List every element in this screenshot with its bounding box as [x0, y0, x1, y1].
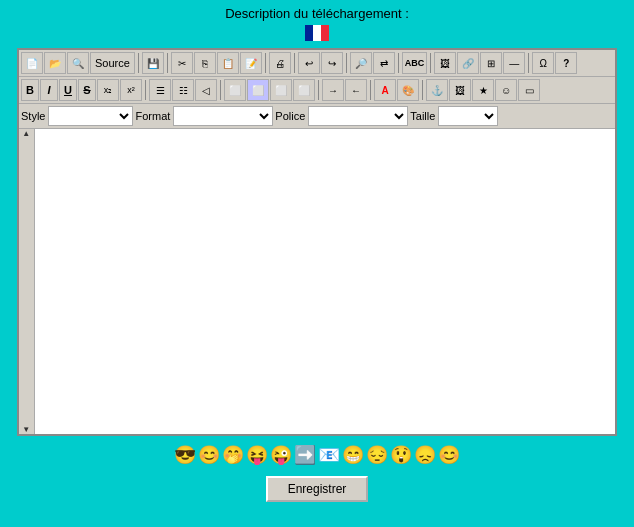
superscript-button[interactable]: x² — [120, 79, 142, 101]
preview-button[interactable]: 🔍 — [67, 52, 89, 74]
bold-button[interactable]: B — [21, 79, 39, 101]
ul-button[interactable]: ☰ — [149, 79, 171, 101]
emoji-4[interactable]: 😝 — [246, 444, 268, 466]
police-label: Police — [275, 110, 305, 122]
emoji-10[interactable]: 😲 — [390, 444, 412, 466]
align-center-button[interactable]: ⬜ — [247, 79, 269, 101]
align-left-button[interactable]: ⬜ — [224, 79, 246, 101]
toolbar-row1: 📄 📂 🔍 Source 💾 ✂ ⎘ 📋 📝 🖨 ↩ ↪ 🔎 ⇄ ABC 🖼 🔗… — [19, 50, 615, 77]
sep12 — [370, 80, 371, 100]
scroll-down-arrow[interactable]: ▼ — [22, 425, 30, 434]
svg-rect-0 — [305, 25, 313, 41]
table-button[interactable]: ⊞ — [480, 52, 502, 74]
cut-button[interactable]: ✂ — [171, 52, 193, 74]
print-button[interactable]: 🖨 — [269, 52, 291, 74]
spell-button[interactable]: ABC — [402, 52, 428, 74]
format-label: Format — [135, 110, 170, 122]
copy-button[interactable]: ⎘ — [194, 52, 216, 74]
open-button[interactable]: 📂 — [44, 52, 66, 74]
scroll-up-arrow[interactable]: ▲ — [22, 129, 30, 138]
save-button-tb[interactable]: 💾 — [142, 52, 164, 74]
sep9 — [145, 80, 146, 100]
flash-button[interactable]: ★ — [472, 79, 494, 101]
align-justify-button[interactable]: ⬜ — [293, 79, 315, 101]
editor-textarea[interactable] — [35, 129, 615, 434]
taille-label: Taille — [410, 110, 435, 122]
source-button[interactable]: Source — [90, 52, 135, 74]
sep8 — [528, 53, 529, 73]
emoji-7[interactable]: 📧 — [318, 444, 340, 466]
replace-button[interactable]: ⇄ — [373, 52, 395, 74]
emoji-row: 😎 😊 🤭 😝 😜 ➡️ 📧 😁 😔 😲 😞 😊 — [174, 444, 460, 466]
sep2 — [167, 53, 168, 73]
save-btn-container: Enregistrer — [266, 476, 369, 502]
page-title: Description du téléchargement : — [225, 6, 409, 21]
smiley-button[interactable]: ☺ — [495, 79, 517, 101]
emoji-9[interactable]: 😔 — [366, 444, 388, 466]
format-select[interactable] — [173, 106, 273, 126]
emoji-2[interactable]: 😊 — [198, 444, 220, 466]
insertimg-button[interactable]: 🖼 — [434, 52, 456, 74]
iframe-button[interactable]: ▭ — [518, 79, 540, 101]
taille-select[interactable] — [438, 106, 498, 126]
emoji-5[interactable]: 😜 — [270, 444, 292, 466]
rtl-button[interactable]: ← — [345, 79, 367, 101]
insertimg2-button[interactable]: 🖼 — [449, 79, 471, 101]
sep5 — [346, 53, 347, 73]
sep1 — [138, 53, 139, 73]
subscript-button[interactable]: x₂ — [97, 79, 119, 101]
svg-rect-1 — [313, 25, 321, 41]
ltr-button[interactable]: → — [322, 79, 344, 101]
sep6 — [398, 53, 399, 73]
italic-button[interactable]: I — [40, 79, 58, 101]
sep4 — [294, 53, 295, 73]
svg-rect-2 — [321, 25, 329, 41]
emoji-6[interactable]: ➡️ — [294, 444, 316, 466]
editor-wrapper: 📄 📂 🔍 Source 💾 ✂ ⎘ 📋 📝 🖨 ↩ ↪ 🔎 ⇄ ABC 🖼 🔗… — [17, 48, 617, 436]
find-button[interactable]: 🔎 — [350, 52, 372, 74]
sep10 — [220, 80, 221, 100]
pastetext-button[interactable]: 📝 — [240, 52, 262, 74]
flag-icon — [305, 25, 329, 44]
anchor-button[interactable]: ⚓ — [426, 79, 448, 101]
sep7 — [430, 53, 431, 73]
emoji-11[interactable]: 😞 — [414, 444, 436, 466]
bgcolor-button[interactable]: 🎨 — [397, 79, 419, 101]
new-button[interactable]: 📄 — [21, 52, 43, 74]
sep11 — [318, 80, 319, 100]
fgcolor-button[interactable]: A — [374, 79, 396, 101]
line-button[interactable]: — — [503, 52, 525, 74]
toolbar-row2: B I U S x₂ x² ☰ ☷ ◁ ⬜ ⬜ ⬜ ⬜ → ← A 🎨 ⚓ 🖼 … — [19, 77, 615, 104]
enregistrer-button[interactable]: Enregistrer — [266, 476, 369, 502]
undo-button[interactable]: ↩ — [298, 52, 320, 74]
police-select[interactable] — [308, 106, 408, 126]
style-label: Style — [21, 110, 45, 122]
sep13 — [422, 80, 423, 100]
special-button[interactable]: Ω — [532, 52, 554, 74]
link-button[interactable]: 🔗 — [457, 52, 479, 74]
align-right-button[interactable]: ⬜ — [270, 79, 292, 101]
ol-button[interactable]: ☷ — [172, 79, 194, 101]
style-select[interactable] — [48, 106, 133, 126]
outdent-button[interactable]: ◁ — [195, 79, 217, 101]
emoji-1[interactable]: 😎 — [174, 444, 196, 466]
scroll-left-bar: ▲ ▼ — [19, 129, 35, 434]
emoji-12[interactable]: 😊 — [438, 444, 460, 466]
toolbar-row3: Style Format Police Taille — [19, 104, 615, 129]
underline-button[interactable]: U — [59, 79, 77, 101]
emoji-8[interactable]: 😁 — [342, 444, 364, 466]
paste-button[interactable]: 📋 — [217, 52, 239, 74]
redo-button[interactable]: ↪ — [321, 52, 343, 74]
sep3 — [265, 53, 266, 73]
strikethrough-button[interactable]: S — [78, 79, 96, 101]
emoji-3[interactable]: 🤭 — [222, 444, 244, 466]
editor-scroll-area: ▲ ▼ — [19, 129, 615, 434]
help-button[interactable]: ? — [555, 52, 577, 74]
